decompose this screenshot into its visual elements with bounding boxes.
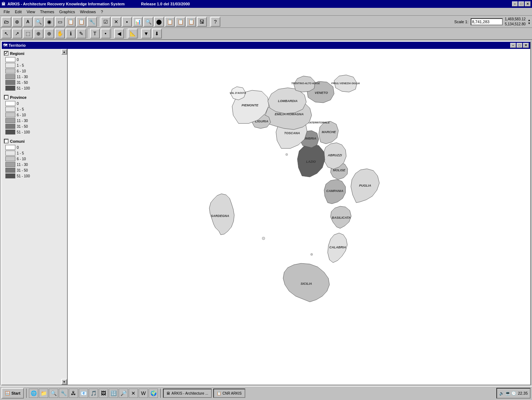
tb2-select[interactable]: ↗ [12,29,22,39]
tb-close[interactable]: ✕ [111,17,121,27]
tb2-box[interactable]: ⬚ [23,29,33,39]
swatch-comuni-0 [5,145,15,150]
menu-graphics[interactable]: Graphics [57,9,77,15]
tb-rect[interactable]: ▭ [55,17,65,27]
tb2-info[interactable]: ℹ [66,29,76,39]
legend-item-comuni-4: 31 - 50 [4,168,65,173]
tb2-down-arrow[interactable]: ▼ [141,29,151,39]
tb2-measure[interactable]: 📐 [128,29,138,39]
menu-file[interactable]: File [1,9,12,15]
toolbar2-sep-4 [139,29,140,38]
territory-close[interactable]: ✕ [523,43,529,48]
legend-item-comuni-5: 51 - 100 [4,173,65,178]
swatch-comuni-3 [5,162,15,167]
menu-view[interactable]: View [25,9,37,15]
taskbar-image-icon[interactable]: 🖼 [99,389,108,398]
label-piemonte: PIEMONTE [241,103,259,107]
label-marche: MARCHE [322,130,336,134]
taskbar-mail-icon[interactable]: 📧 [79,389,88,398]
taskbar-web-icon[interactable]: 🌍 [149,389,158,398]
tb2-arrow[interactable]: ↖ [1,29,11,39]
legend-panel: ▲ ✓ Regioni 0 1 - 5 6 - 10 [2,49,68,385]
tb-doc1[interactable]: 📋 [165,17,175,27]
territory-title: Territorio [9,43,26,47]
tb-doc2[interactable]: 📋 [175,17,185,27]
legend-item-regioni-1: 1 - 5 [4,63,65,68]
legend-check-regioni[interactable]: ✓ [4,51,9,56]
close-button[interactable]: ✕ [525,1,531,6]
taskbar-calc-icon[interactable]: 🔢 [109,389,118,398]
tb-zoom[interactable]: 🔍 [143,17,153,27]
tb-help[interactable]: ? [210,17,220,27]
legend-scroll-up[interactable]: ▲ [61,49,67,55]
tb2-plus2[interactable]: ⊕ [44,29,54,39]
territory-minimize[interactable]: − [510,43,516,48]
taskbar-zoom-icon[interactable]: 🔎 [119,389,128,398]
tb-floppy[interactable]: 🖫 [197,17,207,27]
tb-new[interactable]: 🗁 [1,17,11,27]
legend-group-comuni: Comuni 0 1 - 5 6 - 10 11 - 30 [4,139,65,178]
tb-search[interactable]: 🔍 [34,17,44,27]
menu-themes[interactable]: Themes [38,9,56,15]
legend-check-comuni[interactable] [4,139,9,143]
label-toscana: TOSCANA [284,131,300,135]
legend-item-comuni-1: 1 - 5 [4,151,65,156]
swatch-province-0 [5,101,15,106]
tb-circle[interactable]: ⬤ [154,17,164,27]
scale-input[interactable] [471,18,503,25]
tb-square[interactable]: ▪ [122,17,132,27]
island-dot-1 [286,153,288,156]
tb-tools[interactable]: 🔧 [87,17,97,27]
tb-check[interactable]: ☑ [101,17,111,27]
tb2-plus1[interactable]: ⊕ [34,29,44,39]
legend-item-province-3: 11 - 30 [4,118,65,123]
tb-copy1[interactable]: 📋 [66,17,76,27]
tb-doc3[interactable]: 📋 [186,17,196,27]
legend-item-regioni-4: 31 - 50 [4,80,65,85]
swatch-province-3 [5,118,15,123]
tb-copy2[interactable]: 📋 [76,17,86,27]
minimize-button[interactable]: − [512,1,518,6]
swatch-regioni-2 [5,69,15,74]
legend-scroll-down[interactable]: ▼ [61,379,67,385]
taskbar-tool-icon[interactable]: 🔧 [59,389,68,398]
tb-add[interactable]: ⊕ [12,17,22,27]
taskbar-word-icon[interactable]: W [139,389,148,398]
tb2-text[interactable]: T [90,29,100,39]
menu-edit[interactable]: Edit [13,9,24,15]
tb2-hand[interactable]: ✋ [55,29,65,39]
map-area[interactable]: SARDEGNA SICILIA CALABRIA BASILICATA PUG… [68,49,530,385]
taskbar-media-icon[interactable]: 🎵 [89,389,98,398]
swatch-regioni-0 [5,57,15,62]
menu-help[interactable]: ? [99,9,105,15]
swatch-province-2 [5,112,15,117]
start-button[interactable]: 🪟 Start [1,388,24,399]
taskbar-arkis-btn[interactable]: 🏛 ARKIS - Architecture ... [163,389,212,398]
tb-text[interactable]: A [23,17,33,27]
taskbar-network-icon[interactable]: 🖧 [69,389,78,398]
tb2-edit[interactable]: ✎ [76,29,86,39]
tb-select[interactable]: ◉ [44,17,54,27]
tb2-back[interactable]: ◀ [114,29,124,39]
legend-check-province[interactable] [4,95,9,100]
swatch-comuni-4 [5,168,15,173]
menu-windows[interactable]: Windows [78,9,98,15]
tb2-dot[interactable]: • [101,29,111,39]
swatch-regioni-3 [5,74,15,79]
tb2-download[interactable]: ⬇ [152,29,162,39]
taskbar-folder-icon[interactable]: 📁 [39,389,48,398]
taskbar-search-icon[interactable]: 🔍 [49,389,58,398]
coords-display: 1,469,583.12 5,134,512.80 [505,17,526,27]
legend-item-province-4: 31 - 50 [4,124,65,129]
app-icon: 🏛 [1,2,5,6]
tb-chart[interactable]: 📊 [133,17,143,27]
legend-item-province-1: 1 - 5 [4,107,65,112]
taskbar-ie-icon[interactable]: 🌐 [29,389,38,398]
maximize-button[interactable]: □ [518,1,524,6]
taskbar-systray: 🔊 💻 🕒 22.35 [496,388,531,399]
taskbar-cnr-btn[interactable]: 📋 CNR ARKIS [213,389,245,398]
territory-maximize[interactable]: □ [517,43,522,48]
title-bar: 🏛 ARKIS - Architecture Recovery Knowledg… [0,0,532,8]
legend-label-province: Province [10,95,26,100]
taskbar-cross-icon[interactable]: ✕ [129,389,138,398]
